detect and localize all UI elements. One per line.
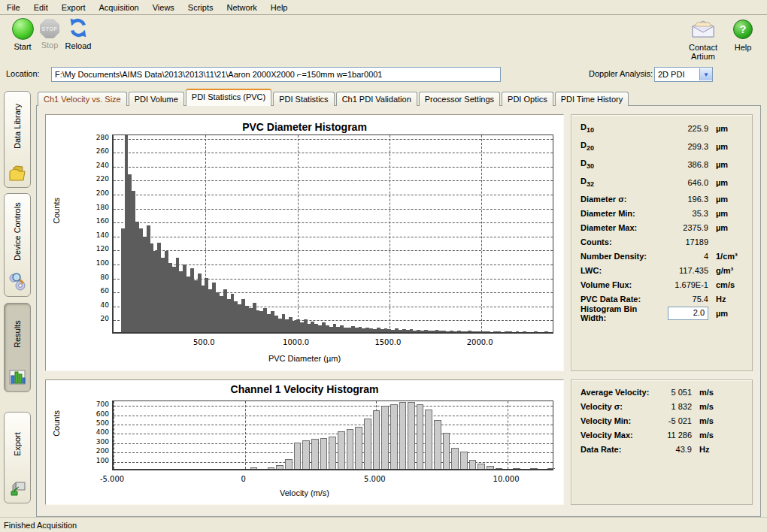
tab-pdi-time-history[interactable]: PDI Time History bbox=[555, 92, 629, 106]
x-tick-label: 5.000 bbox=[352, 475, 397, 483]
stat-label: Velocity Max: bbox=[581, 431, 653, 440]
pvc-histogram-plot bbox=[112, 135, 553, 334]
x-tick-label: 2000.0 bbox=[457, 338, 502, 346]
folder-icon bbox=[8, 165, 26, 183]
stat-row-histogram-bin-width-: Histogram Bin Width:2.0µm bbox=[571, 306, 752, 320]
stat-row-volume-flux-: Volume Flux:1.679E-1cm/s bbox=[571, 277, 752, 292]
histogram-bar bbox=[425, 410, 432, 469]
stat-label: Counts: bbox=[581, 237, 656, 246]
stat-unit: µm bbox=[716, 124, 744, 133]
chevron-down-icon[interactable]: ▼ bbox=[699, 68, 712, 80]
histogram-bar bbox=[434, 420, 441, 469]
y-tick-label: 600 bbox=[86, 410, 109, 418]
y-tick-label: 100 bbox=[86, 457, 109, 464]
stat-label: Diameter σ: bbox=[581, 195, 656, 204]
stat-unit: µm bbox=[716, 309, 744, 318]
sidebar-item-device-controls[interactable]: Device Controls bbox=[4, 193, 31, 297]
help-button[interactable]: ? Help bbox=[723, 18, 762, 52]
menu-item-file[interactable]: File bbox=[0, 2, 27, 14]
tab-pdi-statistics-pvc-[interactable]: PDI Statistics (PVC) bbox=[186, 89, 271, 106]
sidebar-item-label: Device Controls bbox=[13, 194, 22, 271]
stat-value: 1.679E-1 bbox=[656, 280, 708, 289]
stat-value: 225.9 bbox=[656, 124, 708, 133]
y-tick-label: 240 bbox=[86, 162, 109, 169]
histogram-bar bbox=[496, 468, 503, 469]
stat-unit: g/m³ bbox=[716, 266, 744, 275]
stat-row-d32: D32646.0µm bbox=[571, 174, 752, 192]
stat-unit: µm bbox=[716, 160, 744, 169]
doppler-analysis-value: 2D PDI bbox=[655, 70, 699, 79]
pvc-statistics-panel: D10225.9µmD20299.3µmD30386.8µmD32646.0µm… bbox=[571, 114, 753, 371]
stat-label: D32 bbox=[581, 177, 656, 188]
stat-value: -5 021 bbox=[653, 416, 692, 425]
menu-item-export[interactable]: Export bbox=[55, 2, 92, 14]
menu-item-network[interactable]: Network bbox=[220, 2, 263, 14]
y-tick-label: 220 bbox=[86, 175, 109, 183]
menu-item-edit[interactable]: Edit bbox=[27, 2, 55, 14]
sidebar-item-label: Results bbox=[13, 304, 22, 366]
tab-pdi-statistics[interactable]: PDI Statistics bbox=[273, 92, 334, 106]
doppler-analysis-select[interactable]: 2D PDI ▼ bbox=[654, 67, 713, 82]
y-tick-label: 500 bbox=[86, 419, 109, 427]
x-tick-label: 1500.0 bbox=[365, 338, 411, 346]
tab-ch1-pdi-validation[interactable]: Ch1 PDI Validation bbox=[336, 92, 417, 106]
histogram-bar bbox=[451, 448, 459, 469]
histogram-bar bbox=[523, 331, 526, 332]
stat-unit: m/s bbox=[699, 402, 744, 411]
stat-label: Volume Flux: bbox=[581, 280, 656, 289]
histogram-bin-width-input[interactable]: 2.0 bbox=[668, 307, 708, 320]
tab-pdi-volume[interactable]: PDI Volume bbox=[129, 92, 184, 106]
stat-unit: m/s bbox=[699, 416, 744, 425]
gridline-h bbox=[114, 425, 553, 425]
contact-artium-button[interactable]: Contact Artium bbox=[676, 18, 730, 61]
stat-row-counts-: Counts:17189 bbox=[571, 234, 752, 249]
help-icon: ? bbox=[723, 18, 762, 41]
menu-item-scripts[interactable]: Scripts bbox=[181, 2, 220, 14]
histogram-bar bbox=[399, 402, 407, 469]
x-axis-label: PVC Diameter (µm) bbox=[46, 354, 563, 363]
stat-value: 646.0 bbox=[656, 178, 708, 187]
menu-bar: FileEditExportAcquisitionViewsScriptsNet… bbox=[0, 0, 767, 15]
menu-item-acquisition[interactable]: Acquisition bbox=[92, 2, 146, 14]
location-input[interactable]: F:\My Documents\AIMS Data\2013\2013\11\2… bbox=[51, 67, 501, 82]
y-tick-label: 260 bbox=[86, 147, 109, 155]
histogram-bar bbox=[508, 331, 512, 332]
reload-label: Reload bbox=[57, 41, 99, 50]
tab-processor-settings[interactable]: Processor Settings bbox=[419, 92, 500, 106]
stat-label: D30 bbox=[581, 159, 656, 170]
stat-label: Data Rate: bbox=[581, 445, 653, 454]
y-tick-label: 300 bbox=[86, 438, 109, 446]
sidebar-item-export[interactable]: Export bbox=[4, 412, 31, 503]
velocity-statistics-panel: Average Velocity:5 051m/sVelocity σ:1 83… bbox=[571, 379, 753, 505]
sidebar-item-label: Export bbox=[13, 413, 22, 477]
stat-value: 2375.9 bbox=[656, 223, 708, 232]
stat-row-velocity-: Velocity σ:1 832m/s bbox=[571, 399, 752, 413]
histogram-bar bbox=[276, 465, 283, 469]
export-arrow-icon bbox=[8, 479, 26, 499]
velocity-histogram-panel: Channel 1 Velocity Histogram Counts Velo… bbox=[45, 379, 564, 505]
menu-item-help[interactable]: Help bbox=[264, 2, 295, 14]
y-tick-label: 700 bbox=[86, 401, 109, 408]
y-tick-label: 60 bbox=[86, 287, 109, 295]
sidebar-item-results[interactable]: Results bbox=[4, 303, 31, 392]
histogram-bar bbox=[338, 431, 345, 469]
stat-unit: m/s bbox=[699, 388, 744, 397]
histogram-bar bbox=[487, 331, 490, 332]
sidebar-item-data-library[interactable]: Data Library bbox=[4, 91, 31, 188]
location-label: Location: bbox=[6, 69, 40, 78]
stat-unit: µm bbox=[716, 195, 744, 204]
reload-button[interactable]: Reload bbox=[57, 17, 99, 50]
histogram-bar bbox=[469, 460, 477, 469]
menu-item-views[interactable]: Views bbox=[146, 2, 181, 14]
stat-label: Histogram Bin Width: bbox=[581, 304, 656, 322]
stat-value: 5 051 bbox=[653, 388, 692, 397]
stat-unit: µm bbox=[716, 178, 744, 187]
tab-pdi-optics[interactable]: PDI Optics bbox=[502, 92, 553, 106]
stat-row-diameter-max-: Diameter Max:2375.9µm bbox=[571, 220, 752, 234]
x-axis-label: Velocity (m/s) bbox=[46, 488, 563, 497]
y-tick-label: 40 bbox=[86, 301, 109, 309]
x-tick-label: 500.0 bbox=[181, 338, 226, 346]
tab-ch1-velocity-vs-size[interactable]: Ch1 Velocity vs. Size bbox=[38, 92, 127, 106]
histogram-bar bbox=[408, 402, 415, 469]
y-tick-label: 200 bbox=[86, 189, 109, 197]
